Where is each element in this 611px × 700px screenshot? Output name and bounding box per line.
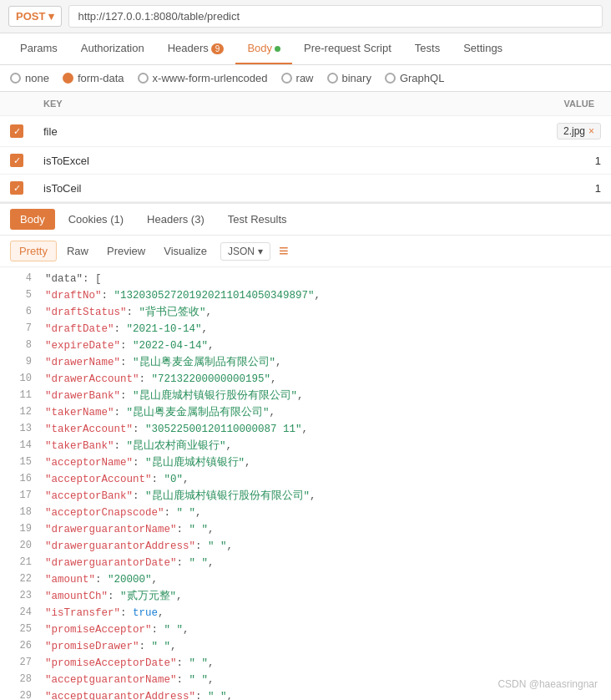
line-number: 28 <box>7 672 32 687</box>
code-line: 27 "promiseAcceptorDate": " ", <box>0 655 611 672</box>
nav-tab[interactable]: Pre-request Script <box>292 33 403 64</box>
code-segment: "贰万元整" <box>120 591 176 602</box>
row-checkbox[interactable]: ✓ <box>10 154 23 167</box>
code-segment: : <box>139 373 152 385</box>
code-segment: "drawerAccount" <box>45 373 139 385</box>
line-content: "drawerName": "昆山粤麦金属制品有限公司", <box>45 354 604 371</box>
code-segment: : <box>127 307 139 318</box>
code-segment: , <box>227 691 234 700</box>
line-number: 18 <box>7 505 32 520</box>
top-bar: POST ▾ <box>0 0 611 33</box>
body-type-option[interactable]: raw <box>281 72 314 84</box>
code-segment: , <box>245 457 251 469</box>
body-type-label: x-www-form-urlencoded <box>153 72 268 84</box>
code-line: 24 "isTransfer": true, <box>0 605 611 621</box>
code-segment: : <box>139 641 152 652</box>
code-segment: "expireDate" <box>45 340 120 352</box>
nav-tab[interactable]: Headers9 <box>156 33 236 64</box>
line-number: 6 <box>7 304 32 320</box>
nav-tab[interactable]: Settings <box>452 33 514 64</box>
response-tab[interactable]: Headers (3) <box>137 209 215 230</box>
body-type-row: noneform-datax-www-form-urlencodedrawbin… <box>0 65 611 92</box>
filter-icon[interactable]: ≡ <box>279 241 289 261</box>
code-segment: , <box>202 323 209 335</box>
line-number: 12 <box>7 404 32 420</box>
code-segment: , <box>227 540 234 552</box>
format-tab-button[interactable]: Pretty <box>10 241 57 261</box>
nav-tab[interactable]: Body <box>235 33 292 64</box>
form-table: KEY VALUE ✓file2.jpg ×✓isToExcel1✓isToCe… <box>0 92 611 202</box>
code-segment: : <box>108 591 120 602</box>
code-line: 14 "takerBank": "昆山农村商业银行", <box>0 438 611 454</box>
row-checkbox[interactable]: ✓ <box>10 124 23 138</box>
remove-file-icon[interactable]: × <box>588 125 594 137</box>
body-type-option[interactable]: none <box>10 72 49 84</box>
code-line: 7 "draftDate": "2021-10-14", <box>0 321 611 337</box>
line-number: 4 <box>7 271 32 287</box>
code-segment: "昆山鹿城村镇银行股份有限公司" <box>133 390 297 402</box>
code-segment: "acceptorBank" <box>45 490 133 502</box>
chevron-down-icon: ▾ <box>48 10 54 23</box>
body-type-option[interactable]: form-data <box>63 72 124 84</box>
table-row: ✓isToExcel1 <box>0 147 611 175</box>
response-tab[interactable]: Test Results <box>218 209 297 230</box>
format-tab-button[interactable]: Raw <box>58 241 97 261</box>
body-type-option[interactable]: GraphQL <box>385 72 444 84</box>
code-segment: , <box>297 390 304 402</box>
radio-dot <box>63 73 73 84</box>
code-segment: "acceptorCnapscode" <box>45 507 164 519</box>
line-number: 13 <box>7 421 32 437</box>
code-segment: "takerAccount" <box>45 424 133 435</box>
code-segment: "acceptorAccount" <box>45 474 152 485</box>
code-segment: " " <box>177 507 196 519</box>
code-segment: , <box>302 424 309 435</box>
row-checkbox[interactable]: ✓ <box>10 181 23 195</box>
nav-tab[interactable]: Params <box>8 33 69 64</box>
code-segment: " " <box>189 524 209 535</box>
line-number: 21 <box>7 555 32 571</box>
code-line: 26 "promiseDrawer": " ", <box>0 638 611 655</box>
code-segment: : <box>152 474 164 485</box>
code-segment: : <box>133 424 145 435</box>
key-column-header: KEY <box>33 92 326 116</box>
code-segment: , <box>206 307 213 318</box>
code-segment: "takerName" <box>45 407 114 418</box>
line-number: 8 <box>7 337 32 353</box>
format-tab-button[interactable]: Visualize <box>155 241 215 261</box>
line-content: "acceptorAccount": "0", <box>45 471 604 488</box>
line-number: 29 <box>7 688 32 700</box>
code-segment: " " <box>152 641 171 652</box>
code-line: 17 "acceptorBank": "昆山鹿城村镇银行股份有限公司", <box>0 488 611 505</box>
method-selector[interactable]: POST ▾ <box>8 6 62 27</box>
code-segment: "acceptguarantorName" <box>45 674 177 686</box>
line-number: 15 <box>7 454 32 470</box>
code-segment: : <box>120 357 133 368</box>
code-segment: "20000" <box>108 574 152 586</box>
file-tag: 2.jpg × <box>557 123 601 139</box>
line-content: "promiseAcceptor": " ", <box>45 621 604 638</box>
response-tab[interactable]: Body <box>10 209 55 230</box>
code-line: 23 "amountCh": "贰万元整", <box>0 588 611 605</box>
body-type-label: raw <box>296 72 314 84</box>
json-format-dropdown[interactable]: JSON ▾ <box>220 242 270 261</box>
radio-dot <box>385 73 396 84</box>
code-segment: , <box>315 290 321 302</box>
code-line: 29 "acceptguarantorAddress": " ", <box>0 688 611 700</box>
nav-tab[interactable]: Tests <box>403 33 452 64</box>
code-segment: "drawerName" <box>45 357 120 368</box>
line-content: "takerName": "昆山粤麦金属制品有限公司", <box>45 404 604 421</box>
code-line: 22 "amount": "20000", <box>0 571 611 588</box>
nav-tab[interactable]: Authorization <box>69 33 156 64</box>
code-segment: " " <box>189 557 209 569</box>
code-segment: : <box>120 340 133 352</box>
code-segment: "promiseDrawer" <box>45 641 139 652</box>
format-tab-button[interactable]: Preview <box>98 241 154 261</box>
response-tab[interactable]: Cookies (1) <box>58 209 134 230</box>
code-segment: "2021-10-14" <box>127 323 202 335</box>
line-number: 17 <box>7 488 32 504</box>
line-number: 16 <box>7 471 32 487</box>
url-input[interactable] <box>68 5 603 28</box>
body-type-option[interactable]: x-www-form-urlencoded <box>138 72 268 84</box>
line-number: 19 <box>7 521 32 537</box>
body-type-option[interactable]: binary <box>327 72 371 84</box>
